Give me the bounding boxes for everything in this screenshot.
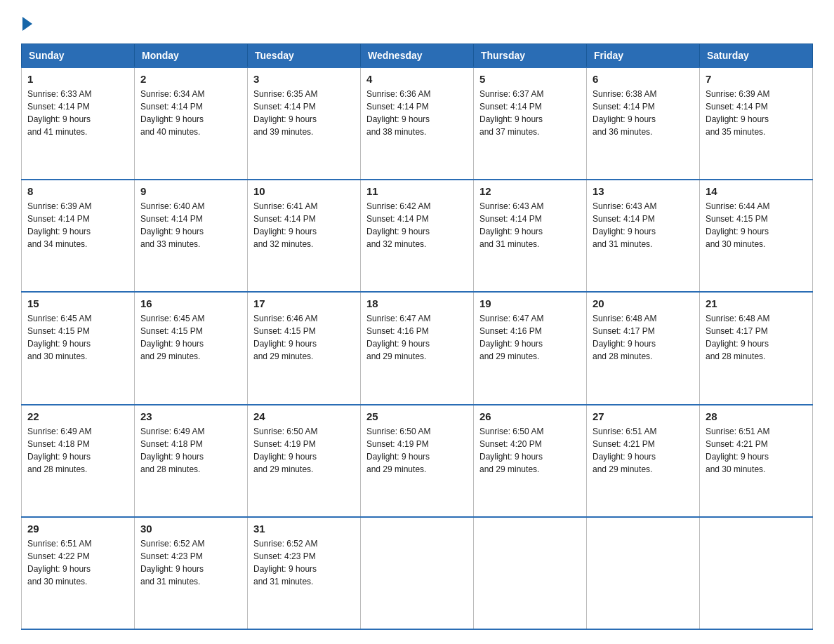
day-info: Sunrise: 6:46 AMSunset: 4:15 PMDaylight:… [253, 312, 355, 363]
day-header-saturday: Saturday [700, 44, 813, 68]
calendar-cell: 25Sunrise: 6:50 AMSunset: 4:19 PMDayligh… [361, 405, 474, 517]
calendar-cell: 29Sunrise: 6:51 AMSunset: 4:22 PMDayligh… [22, 517, 135, 629]
day-info: Sunrise: 6:42 AMSunset: 4:14 PMDaylight:… [366, 200, 468, 250]
day-number: 5 [479, 73, 581, 85]
day-header-wednesday: Wednesday [361, 44, 474, 68]
day-number: 3 [253, 73, 355, 85]
calendar-cell: 23Sunrise: 6:49 AMSunset: 4:18 PMDayligh… [135, 405, 248, 517]
day-info: Sunrise: 6:51 AMSunset: 4:22 PMDaylight:… [27, 537, 128, 588]
day-number: 16 [140, 297, 241, 309]
day-number: 12 [479, 185, 581, 197]
day-info: Sunrise: 6:33 AMSunset: 4:14 PMDaylight:… [27, 88, 128, 138]
day-info: Sunrise: 6:49 AMSunset: 4:18 PMDaylight:… [140, 425, 241, 476]
day-info: Sunrise: 6:51 AMSunset: 4:21 PMDaylight:… [593, 425, 694, 476]
day-info: Sunrise: 6:39 AMSunset: 4:14 PMDaylight:… [706, 88, 807, 138]
day-info: Sunrise: 6:35 AMSunset: 4:14 PMDaylight:… [253, 88, 355, 138]
calendar-cell: 9Sunrise: 6:40 AMSunset: 4:14 PMDaylight… [135, 180, 248, 292]
day-info: Sunrise: 6:52 AMSunset: 4:23 PMDaylight:… [140, 537, 241, 588]
day-number: 15 [27, 297, 128, 309]
day-info: Sunrise: 6:48 AMSunset: 4:17 PMDaylight:… [706, 312, 807, 363]
day-info: Sunrise: 6:50 AMSunset: 4:20 PMDaylight:… [479, 425, 581, 476]
logo [21, 14, 34, 31]
calendar-cell: 17Sunrise: 6:46 AMSunset: 4:15 PMDayligh… [248, 292, 361, 404]
calendar-cell [474, 517, 587, 629]
day-info: Sunrise: 6:40 AMSunset: 4:14 PMDaylight:… [140, 200, 241, 250]
day-number: 10 [253, 185, 355, 197]
day-header-monday: Monday [135, 44, 248, 68]
day-number: 23 [140, 410, 241, 422]
day-info: Sunrise: 6:47 AMSunset: 4:16 PMDaylight:… [366, 312, 468, 363]
calendar-cell: 16Sunrise: 6:45 AMSunset: 4:15 PMDayligh… [135, 292, 248, 404]
day-info: Sunrise: 6:50 AMSunset: 4:19 PMDaylight:… [366, 425, 468, 476]
day-info: Sunrise: 6:48 AMSunset: 4:17 PMDaylight:… [593, 312, 694, 363]
calendar-cell: 26Sunrise: 6:50 AMSunset: 4:20 PMDayligh… [474, 405, 587, 517]
calendar-cell: 18Sunrise: 6:47 AMSunset: 4:16 PMDayligh… [361, 292, 474, 404]
day-number: 4 [366, 73, 468, 85]
calendar-cell: 15Sunrise: 6:45 AMSunset: 4:15 PMDayligh… [22, 292, 135, 404]
day-info: Sunrise: 6:39 AMSunset: 4:14 PMDaylight:… [27, 200, 128, 250]
day-number: 29 [27, 523, 128, 535]
calendar-cell: 20Sunrise: 6:48 AMSunset: 4:17 PMDayligh… [587, 292, 700, 404]
day-number: 26 [479, 410, 581, 422]
day-number: 25 [366, 410, 468, 422]
top-bar [21, 14, 813, 31]
day-number: 2 [140, 73, 241, 85]
calendar-cell: 14Sunrise: 6:44 AMSunset: 4:15 PMDayligh… [700, 180, 813, 292]
day-number: 28 [706, 410, 807, 422]
day-info: Sunrise: 6:36 AMSunset: 4:14 PMDaylight:… [366, 88, 468, 138]
calendar-cell: 12Sunrise: 6:43 AMSunset: 4:14 PMDayligh… [474, 180, 587, 292]
calendar-table: SundayMondayTuesdayWednesdayThursdayFrid… [21, 43, 813, 630]
calendar-cell: 1Sunrise: 6:33 AMSunset: 4:14 PMDaylight… [22, 67, 135, 180]
calendar-cell: 21Sunrise: 6:48 AMSunset: 4:17 PMDayligh… [700, 292, 813, 404]
calendar-cell: 11Sunrise: 6:42 AMSunset: 4:14 PMDayligh… [361, 180, 474, 292]
day-info: Sunrise: 6:44 AMSunset: 4:15 PMDaylight:… [706, 200, 807, 250]
day-info: Sunrise: 6:38 AMSunset: 4:14 PMDaylight:… [593, 88, 694, 138]
day-number: 19 [479, 297, 581, 309]
calendar-cell: 31Sunrise: 6:52 AMSunset: 4:23 PMDayligh… [248, 517, 361, 629]
calendar-cell: 5Sunrise: 6:37 AMSunset: 4:14 PMDaylight… [474, 67, 587, 180]
day-header-sunday: Sunday [22, 44, 135, 68]
day-number: 7 [706, 73, 807, 85]
day-info: Sunrise: 6:45 AMSunset: 4:15 PMDaylight:… [27, 312, 128, 363]
day-number: 9 [140, 185, 241, 197]
calendar-cell: 7Sunrise: 6:39 AMSunset: 4:14 PMDaylight… [700, 67, 813, 180]
calendar-cell: 30Sunrise: 6:52 AMSunset: 4:23 PMDayligh… [135, 517, 248, 629]
calendar-cell: 8Sunrise: 6:39 AMSunset: 4:14 PMDaylight… [22, 180, 135, 292]
day-info: Sunrise: 6:49 AMSunset: 4:18 PMDaylight:… [27, 425, 128, 476]
day-number: 6 [593, 73, 694, 85]
calendar-cell: 13Sunrise: 6:43 AMSunset: 4:14 PMDayligh… [587, 180, 700, 292]
day-info: Sunrise: 6:45 AMSunset: 4:15 PMDaylight:… [140, 312, 241, 363]
day-number: 13 [593, 185, 694, 197]
calendar-cell: 2Sunrise: 6:34 AMSunset: 4:14 PMDaylight… [135, 67, 248, 180]
calendar-cell [700, 517, 813, 629]
day-info: Sunrise: 6:50 AMSunset: 4:19 PMDaylight:… [253, 425, 355, 476]
day-info: Sunrise: 6:41 AMSunset: 4:14 PMDaylight:… [253, 200, 355, 250]
day-info: Sunrise: 6:43 AMSunset: 4:14 PMDaylight:… [593, 200, 694, 250]
day-info: Sunrise: 6:51 AMSunset: 4:21 PMDaylight:… [706, 425, 807, 476]
day-number: 1 [27, 73, 128, 85]
day-header-tuesday: Tuesday [248, 44, 361, 68]
day-number: 8 [27, 185, 128, 197]
day-number: 18 [366, 297, 468, 309]
logo-triangle-icon [22, 17, 32, 31]
day-header-thursday: Thursday [474, 44, 587, 68]
day-info: Sunrise: 6:37 AMSunset: 4:14 PMDaylight:… [479, 88, 581, 138]
day-info: Sunrise: 6:47 AMSunset: 4:16 PMDaylight:… [479, 312, 581, 363]
calendar-cell: 10Sunrise: 6:41 AMSunset: 4:14 PMDayligh… [248, 180, 361, 292]
day-header-friday: Friday [587, 44, 700, 68]
day-info: Sunrise: 6:34 AMSunset: 4:14 PMDaylight:… [140, 88, 241, 138]
calendar-cell [361, 517, 474, 629]
calendar-cell: 27Sunrise: 6:51 AMSunset: 4:21 PMDayligh… [587, 405, 700, 517]
day-number: 11 [366, 185, 468, 197]
calendar-cell: 6Sunrise: 6:38 AMSunset: 4:14 PMDaylight… [587, 67, 700, 180]
day-number: 27 [593, 410, 694, 422]
day-number: 22 [27, 410, 128, 422]
day-number: 14 [706, 185, 807, 197]
day-number: 31 [253, 523, 355, 535]
day-number: 17 [253, 297, 355, 309]
calendar-cell: 24Sunrise: 6:50 AMSunset: 4:19 PMDayligh… [248, 405, 361, 517]
calendar-cell: 19Sunrise: 6:47 AMSunset: 4:16 PMDayligh… [474, 292, 587, 404]
calendar-cell [587, 517, 700, 629]
day-info: Sunrise: 6:52 AMSunset: 4:23 PMDaylight:… [253, 537, 355, 588]
day-number: 20 [593, 297, 694, 309]
